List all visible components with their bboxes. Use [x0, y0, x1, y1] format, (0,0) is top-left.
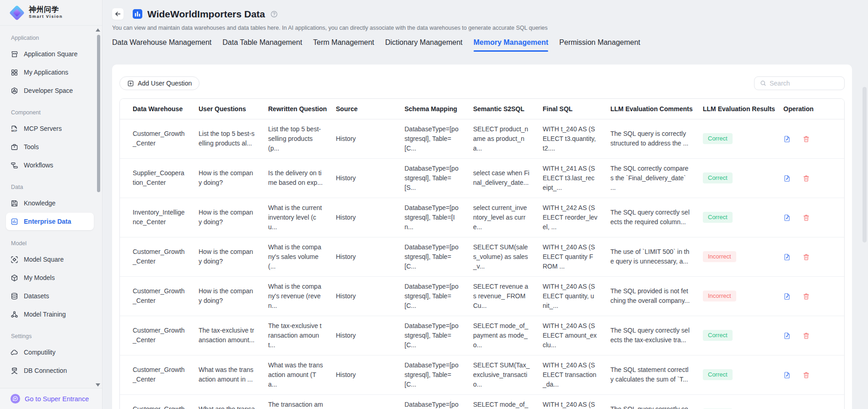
brand-diamond-icon	[10, 6, 24, 20]
sidebar-item-developer-space[interactable]: Developer Space	[6, 82, 94, 99]
sidebar-item-label: Workflows	[24, 161, 53, 169]
cell-result: Correct	[696, 198, 777, 237]
sidebar-scrollbar-thumb[interactable]	[97, 35, 100, 192]
delete-icon[interactable]	[803, 371, 810, 379]
sidebar-item-computility[interactable]: Computility	[6, 344, 94, 361]
sidebar-item-my-models[interactable]: My Models	[6, 269, 94, 286]
sidebar-item-model-square[interactable]: Model Square	[6, 251, 94, 268]
sidebar-item-knowledge[interactable]: Knowledge	[6, 194, 94, 212]
cell-source: History	[329, 198, 398, 237]
super-entrance-link[interactable]: Go to Super Entrance	[0, 388, 102, 409]
sidebar-scroll-up-icon[interactable]	[96, 28, 100, 32]
tab-data-table-management[interactable]: Data Table Management	[222, 38, 302, 52]
cell-schema: DatabaseType=[postgresql], Table=[C...	[398, 119, 467, 158]
cell-comments: The SQL statement correctly calculates t…	[604, 355, 696, 394]
table-body: Customer_Growth_CenterList the top 5 bes…	[120, 119, 844, 409]
cell-rewritten: The tax-exclusive transaction amount...	[262, 316, 329, 355]
tab-term-management[interactable]: Term Management	[313, 38, 374, 52]
edit-icon[interactable]	[783, 253, 791, 261]
delete-icon[interactable]	[803, 332, 810, 339]
add-user-question-button[interactable]: Add User Question	[119, 76, 199, 90]
edit-icon[interactable]	[783, 214, 791, 221]
search-input[interactable]	[770, 80, 839, 87]
help-icon[interactable]	[270, 11, 278, 18]
cell-result: Correct	[696, 119, 777, 158]
cell-schema: DatabaseType=[postgresql], Table=[C...	[398, 394, 467, 409]
search-icon	[760, 80, 766, 86]
cell-question: How is the company doing?	[192, 158, 262, 198]
sidebar-item-label: Tools	[24, 143, 39, 151]
delete-icon[interactable]	[803, 135, 810, 143]
tab-memory-management[interactable]: Memory Management	[474, 38, 549, 52]
cell-rewritten: What was the transaction amount (Ta...	[262, 355, 329, 394]
scan-gear-icon	[11, 256, 18, 264]
page-scrollbar-thumb[interactable]	[863, 87, 867, 242]
sidebar-item-model-training[interactable]: Model Training	[6, 306, 94, 323]
cell-comments: The use of `LIMIT 500` in the query is u…	[604, 237, 696, 276]
edit-icon[interactable]	[783, 332, 791, 339]
tabs: Data Warehouse ManagementData Table Mana…	[112, 38, 852, 52]
cell-schema: DatabaseType=[postgresql], Table=[In...	[398, 198, 467, 237]
column-header-source: Source	[329, 99, 398, 119]
search-box	[754, 76, 845, 90]
tab-permission-management[interactable]: Permission Management	[559, 38, 640, 52]
cell-comments: The SQL query is correctly structured to…	[604, 119, 696, 158]
sidebar-item-datasets[interactable]: Datasets	[6, 287, 94, 305]
cell-question: How is the company doing?	[192, 237, 262, 276]
delete-icon[interactable]	[803, 214, 810, 221]
sidebar-item-application-square[interactable]: Application Square	[6, 45, 94, 63]
table-row: Customer_Growth_CenterHow is the company…	[120, 276, 844, 316]
cell-warehouse: Customer_Growth_Center	[120, 355, 192, 394]
grid-icon	[11, 69, 18, 76]
column-header-rewritten-question: Rewritten Question	[262, 99, 329, 119]
edit-icon[interactable]	[783, 293, 791, 300]
sidebar-item-mcp-servers[interactable]: MCPMCP Servers	[6, 120, 94, 137]
barchart-icon	[11, 218, 18, 226]
nav-section-label: Component	[11, 109, 94, 116]
sidebar-item-my-applications[interactable]: My Applications	[6, 64, 94, 81]
sidebar-item-workflows[interactable]: Workflows	[6, 156, 94, 174]
cell-warehouse: Customer_Growth_Center	[120, 394, 192, 409]
sidebar-item-label: DB Connection	[24, 367, 67, 374]
brand-name: 神州问学	[29, 6, 63, 14]
evaluation-result-badge: Correct	[703, 330, 733, 341]
cell-operation	[777, 119, 844, 158]
table-row: Customer_Growth_CenterWhat was the trans…	[120, 355, 844, 394]
delete-icon[interactable]	[803, 175, 810, 182]
main-content: WideWorldImporters Data You can view and…	[102, 0, 868, 409]
delete-icon[interactable]	[803, 293, 810, 300]
evaluation-result-badge: Correct	[703, 133, 733, 144]
table-row: Customer_Growth_CenterWhat are the trans…	[120, 394, 844, 409]
column-header-user-questions: User Questions	[192, 99, 262, 119]
data-warehouse-chart-icon	[133, 9, 142, 19]
sidebar-item-tools[interactable]: Tools	[6, 138, 94, 156]
column-header-llm-evaluation-results: LLM Evaluation Results	[696, 99, 777, 119]
cell-question: List the top 5 best-selling products al.…	[192, 119, 262, 158]
back-button[interactable]	[112, 8, 124, 20]
sidebar-item-label: Model Square	[24, 256, 64, 263]
edit-icon[interactable]	[783, 175, 791, 182]
logo: 神州问学 Smart Vision	[0, 0, 102, 26]
table-row: Customer_Growth_CenterList the top 5 bes…	[120, 119, 844, 158]
tab-data-warehouse-management[interactable]: Data Warehouse Management	[112, 38, 211, 52]
sidebar-item-db-connection[interactable]: DB Connection	[6, 362, 94, 379]
sidebar-item-enterprise-data[interactable]: Enterprise Data	[6, 213, 94, 230]
cell-operation	[777, 237, 844, 276]
cell-semantic: SELECT product_name as product_na...	[467, 119, 536, 158]
table-header-row: Data WarehouseUser QuestionsRewritten Qu…	[120, 99, 844, 119]
cell-result: Correct	[696, 158, 777, 198]
briefcase-icon	[11, 143, 18, 151]
cell-warehouse: Supplier_Cooperation_Center	[120, 158, 192, 198]
delete-icon[interactable]	[803, 253, 810, 261]
cell-question: What are the transaction amounts for ...	[192, 394, 262, 409]
cell-question: How is the company doing?	[192, 276, 262, 316]
edit-icon[interactable]	[783, 371, 791, 379]
cell-schema: DatabaseType=[postgresql], Table=[C...	[398, 237, 467, 276]
cell-semantic: SELECT revenue as revenue_ FROM Cu...	[467, 276, 536, 316]
page-header: WideWorldImporters Data	[112, 8, 852, 20]
edit-icon[interactable]	[783, 135, 791, 143]
cell-warehouse: Customer_Growth_Center	[120, 237, 192, 276]
sidebar-scroll-down-icon[interactable]	[96, 383, 100, 387]
tab-dictionary-management[interactable]: Dictionary Management	[385, 38, 463, 52]
cell-operation	[777, 158, 844, 198]
